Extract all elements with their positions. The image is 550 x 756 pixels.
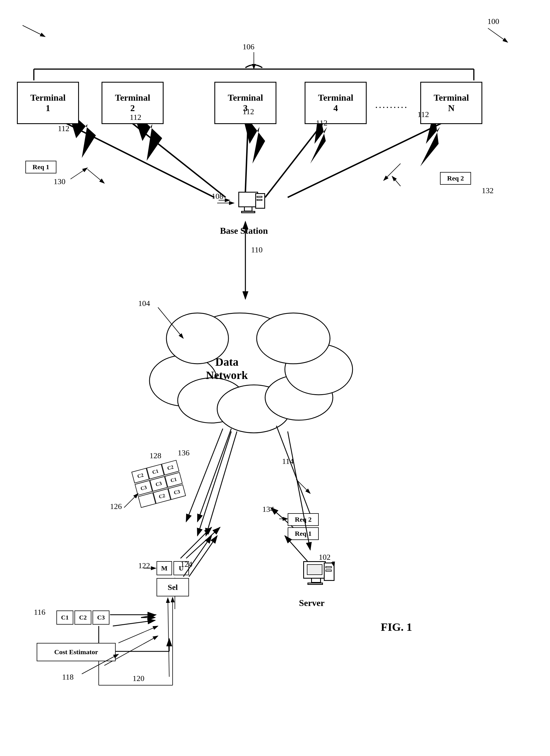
req2-top: Req 2 <box>440 172 471 185</box>
ref-100: 100 <box>487 17 499 26</box>
data-network-label: DataNetwork <box>206 355 248 382</box>
svg-line-36 <box>296 479 310 493</box>
ref-132: 132 <box>482 186 494 195</box>
ref-134: 134 <box>262 505 274 514</box>
ref-112d: 112 <box>316 118 327 127</box>
req1-top: Req 1 <box>25 161 56 173</box>
c-row: C1 C2 C3 <box>56 610 109 625</box>
svg-point-22 <box>285 344 353 395</box>
arrow-100 <box>0 20 56 42</box>
svg-line-12 <box>265 121 324 197</box>
ref-136: 136 <box>178 448 190 457</box>
req1-bottom: Req 1 <box>288 527 319 540</box>
ref-116: 116 <box>34 608 45 617</box>
terminal-1: Terminal 1 <box>17 82 79 124</box>
svg-line-57 <box>124 493 138 508</box>
svg-line-66 <box>71 168 87 179</box>
svg-line-52 <box>206 431 237 536</box>
ref-106: 106 <box>243 42 254 51</box>
ref-108: 108 <box>212 192 223 201</box>
ref-114: 114 <box>282 457 294 466</box>
svg-line-14 <box>288 121 446 197</box>
ref-130: 130 <box>54 177 65 186</box>
ref-128: 128 <box>149 451 161 460</box>
svg-line-49 <box>158 307 183 338</box>
base-station-label: Base Station <box>220 226 268 236</box>
server-label: Server <box>299 598 325 608</box>
dots-between-terminals: ········· <box>375 102 408 113</box>
ref-122: 122 <box>138 561 150 570</box>
ref-112e: 112 <box>417 110 429 119</box>
svg-line-38 <box>384 164 401 180</box>
svg-line-29 <box>186 527 220 558</box>
ref-124: 124 <box>181 560 192 569</box>
ref-104: 104 <box>138 299 150 308</box>
svg-line-31 <box>113 620 155 626</box>
ref-112b: 112 <box>130 113 141 122</box>
svg-line-45 <box>488 28 508 42</box>
ref-110: 110 <box>251 245 263 254</box>
svg-line-37 <box>87 169 104 183</box>
svg-line-6 <box>62 121 214 197</box>
svg-line-10 <box>245 118 248 192</box>
c1-cell: C1 <box>56 610 73 625</box>
ref-112c: 112 <box>243 107 254 116</box>
c3-cell: C3 <box>93 610 109 625</box>
queue-stack-126: C2 C1 C2 C3 C3 C1 C2 C3 <box>131 460 186 508</box>
base-station-icon <box>231 192 265 220</box>
svg-point-20 <box>217 385 291 433</box>
svg-line-51 <box>197 431 231 536</box>
sel-box: Sel <box>157 578 189 596</box>
ref-126: 126 <box>110 502 122 511</box>
ref-120: 120 <box>133 674 144 683</box>
svg-line-8 <box>130 121 226 197</box>
svg-line-27 <box>186 429 223 522</box>
svg-line-59 <box>141 615 156 618</box>
ref-102: 102 <box>319 553 331 562</box>
fig-label: FIG. 1 <box>381 620 412 634</box>
server-icon <box>296 561 336 595</box>
diagram: 100 106 Terminal 1 Terminal 2 Terminal 3… <box>0 0 550 756</box>
ref-112a: 112 <box>58 124 69 133</box>
terminal-N: Terminal N <box>420 82 482 124</box>
svg-point-21 <box>265 375 333 420</box>
c2-cell: C2 <box>74 610 91 625</box>
svg-line-60 <box>118 626 158 643</box>
svg-line-41 <box>23 25 45 37</box>
svg-line-65 <box>168 598 169 677</box>
svg-point-19 <box>178 378 245 423</box>
svg-line-25 <box>276 426 313 522</box>
m-box: M <box>157 561 172 575</box>
svg-point-23 <box>257 313 330 364</box>
svg-line-26 <box>197 429 231 522</box>
cost-estimator-box: Cost Estimator <box>37 643 116 661</box>
terminal-3: Terminal 3 <box>214 82 276 124</box>
svg-line-28 <box>181 527 212 558</box>
terminal-4: Terminal 4 <box>305 82 367 124</box>
svg-line-54 <box>189 536 217 577</box>
svg-line-67 <box>392 176 401 186</box>
req2-bottom: Req 2 <box>288 513 319 526</box>
ref-118: 118 <box>62 673 74 682</box>
